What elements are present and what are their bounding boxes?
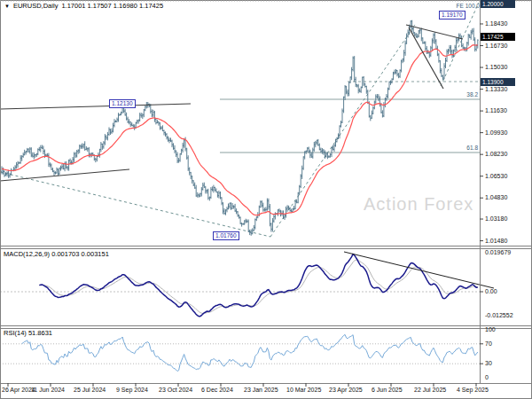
- rsi-indicator-label: RSI(14) 51.8631: [4, 329, 52, 337]
- price-marker-box[interactable]: 1.01760: [213, 231, 239, 240]
- rsi-line: [22, 334, 478, 371]
- fib-projection-line[interactable]: [270, 25, 415, 237]
- chart-title-bar: ▼ EURUSD,Daily 1.17001 1.17507 1.16980 1…: [4, 2, 163, 10]
- ohlc-open-ticks: [1, 21, 478, 233]
- symbol-period-label: EURUSD,Daily: [13, 2, 58, 10]
- chart-window: ▼ EURUSD,Daily 1.17001 1.17507 1.16980 1…: [0, 0, 532, 399]
- candlestick-chart[interactable]: [0, 0, 532, 399]
- window-border: [1, 1, 532, 399]
- trendline[interactable]: [0, 104, 191, 109]
- price-marker-box[interactable]: 1.12130: [109, 99, 136, 108]
- price-marker-box[interactable]: 1.19170: [439, 11, 466, 20]
- ohlc-values: 1.17001 1.17507 1.16980 1.17425: [61, 2, 163, 10]
- trendline[interactable]: [409, 27, 443, 89]
- dropdown-icon[interactable]: ▼: [4, 3, 10, 10]
- macd-trendline[interactable]: [344, 252, 494, 288]
- macd-indicator-label: MACD(12,26,9) 0.001703 0.003151: [4, 250, 109, 258]
- macd-main-line: [39, 254, 478, 317]
- ohlc-bars: [2, 20, 478, 236]
